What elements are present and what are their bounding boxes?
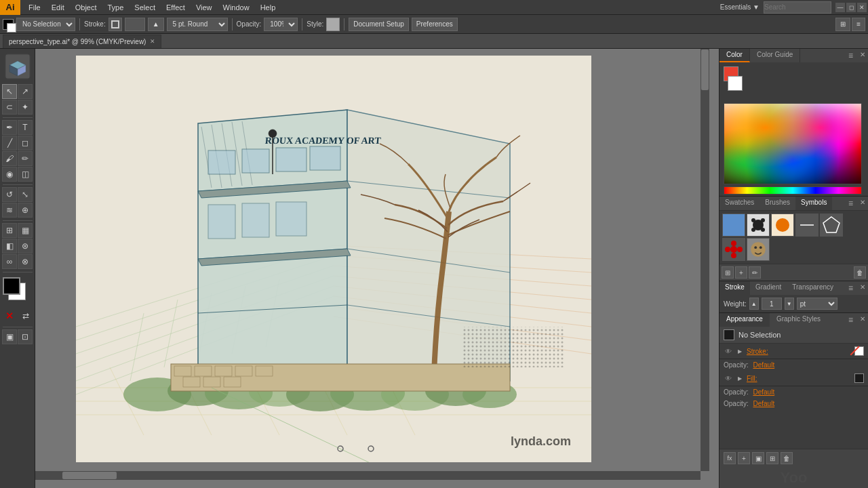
swap-colors-btn[interactable]: ⇄	[18, 308, 33, 323]
stroke-visibility-btn[interactable]: 👁	[724, 346, 733, 356]
magic-wand-tool-btn[interactable]: ✦	[18, 100, 33, 115]
style-indicator[interactable]	[326, 18, 340, 31]
minimize-button[interactable]: —	[835, 3, 845, 12]
canvas-hscroll[interactable]	[35, 471, 701, 480]
pen-tool-btn[interactable]: ✒	[2, 120, 17, 135]
bar-graph-btn[interactable]: ▦	[18, 223, 33, 238]
eraser-tool-btn[interactable]: ◫	[18, 167, 33, 182]
warp-tool-btn[interactable]: ≋	[2, 203, 17, 218]
pencil-tool-btn[interactable]: ✏	[18, 151, 33, 166]
doc-tab-close-btn[interactable]: ✕	[150, 38, 155, 45]
menu-type[interactable]: Type	[102, 0, 130, 15]
workspace-btn[interactable]: ⊞	[835, 18, 850, 31]
brush-style-select[interactable]: 5 pt. Round	[167, 18, 228, 31]
artboard-btn[interactable]: ⊡	[18, 329, 33, 344]
swatches-delete-btn[interactable]: 🗑	[854, 266, 866, 279]
new-fill-btn[interactable]: ▣	[752, 452, 764, 464]
menu-window[interactable]: Window	[218, 0, 255, 15]
add-effect-btn[interactable]: fx	[724, 452, 736, 464]
stroke-panel-close[interactable]: ✕	[857, 281, 868, 295]
stroke-tab[interactable]: Stroke	[719, 281, 750, 295]
swatches-place-btn[interactable]: ⊞	[722, 266, 734, 279]
stroke-panel-menu[interactable]: ≡	[844, 281, 857, 295]
direct-select-tool-btn[interactable]: ↗	[18, 84, 33, 99]
transparency-tab[interactable]: Transparency	[787, 281, 839, 295]
search-input[interactable]	[764, 1, 831, 14]
gradient-tab[interactable]: Gradient	[750, 281, 787, 295]
menu-select[interactable]: Select	[129, 0, 161, 15]
canvas-container[interactable]: ROUX ACADEMY OF ART	[76, 56, 591, 462]
stroke-expand-btn[interactable]: ▶	[736, 347, 744, 355]
weight-down-btn[interactable]: ▼	[785, 298, 794, 310]
hue-strip[interactable]	[724, 186, 862, 195]
weight-input[interactable]	[762, 298, 782, 310]
doc-tab[interactable]: perspective_type.ai* @ 99% (CMYK/Preview…	[3, 35, 161, 48]
paintbrush-tool-btn[interactable]: 🖌	[2, 151, 17, 166]
gradient-tool-btn[interactable]: ◧	[2, 239, 17, 253]
rotate-tool-btn[interactable]: ↺	[2, 187, 17, 202]
canvas-vscroll[interactable]	[701, 49, 709, 471]
color-panel-close[interactable]: ✕	[857, 49, 868, 62]
symbol-face[interactable]	[747, 238, 770, 261]
stroke-row-label[interactable]: Stroke:	[747, 348, 768, 355]
color-tab[interactable]: Color	[719, 49, 750, 62]
menu-file[interactable]: File	[23, 0, 46, 15]
scale-tool-btn[interactable]: ⤡	[18, 187, 33, 202]
none-fill-btn[interactable]: ✕	[2, 308, 17, 323]
hscroll-thumb[interactable]	[62, 472, 117, 479]
fill-color-box[interactable]	[3, 19, 14, 30]
weight-up-btn[interactable]: ▲	[749, 298, 759, 310]
swatches-edit-btn[interactable]: ✏	[749, 266, 761, 279]
color-gradient-picker[interactable]	[724, 103, 862, 184]
fill-visibility-btn[interactable]: 👁	[724, 373, 733, 383]
menu-help[interactable]: Help	[255, 0, 281, 15]
color-guide-tab[interactable]: Color Guide	[750, 49, 800, 62]
bg-color-swatch[interactable]	[728, 76, 743, 91]
overall-opacity-value[interactable]: Default	[753, 400, 774, 407]
menu-object[interactable]: Object	[70, 0, 102, 15]
swatches-panel-close[interactable]: ✕	[857, 197, 868, 210]
selection-tool-btn[interactable]: ↖	[2, 84, 17, 99]
graphic-styles-tab[interactable]: Graphic Styles	[770, 313, 827, 327]
vscroll-thumb[interactable]	[701, 49, 709, 90]
menu-effect[interactable]: Effect	[161, 0, 191, 15]
stroke-swatch[interactable]	[854, 346, 864, 356]
type-tool-btn[interactable]: T	[18, 120, 33, 135]
appearance-panel-menu[interactable]: ≡	[844, 313, 857, 327]
perspective-cube-indicator[interactable]	[3, 52, 33, 81]
foreground-color-box[interactable]	[3, 277, 20, 295]
doc-setup-button[interactable]: Document Setup	[349, 18, 409, 31]
menu-view[interactable]: View	[191, 0, 218, 15]
shape-tool-btn[interactable]: ◻	[18, 136, 33, 150]
fill-swatch[interactable]	[854, 373, 864, 383]
blob-brush-tool-btn[interactable]: ◉	[2, 167, 17, 182]
symbol-blue-rect[interactable]	[722, 214, 745, 237]
symbol-polygon[interactable]	[820, 214, 843, 237]
symbol-flower[interactable]	[722, 238, 745, 261]
symbols-tab[interactable]: Symbols	[795, 197, 832, 210]
stroke-color-indicator[interactable]	[108, 18, 122, 31]
delete-item-btn[interactable]: 🗑	[781, 452, 793, 464]
restore-button[interactable]: ◻	[846, 3, 856, 12]
symbol-splat[interactable]	[747, 214, 770, 237]
change-screen-btn[interactable]: ▣	[2, 329, 17, 344]
symbol-line[interactable]	[795, 214, 818, 237]
lasso-tool-btn[interactable]: ⊂	[2, 100, 17, 115]
close-button[interactable]: ✕	[857, 3, 867, 12]
swatches-panel-menu[interactable]: ≡	[844, 197, 857, 210]
stroke-weight-input[interactable]	[125, 18, 145, 31]
appearance-tab[interactable]: Appearance	[719, 313, 770, 327]
selection-dropdown[interactable]: No Selection	[16, 18, 75, 31]
preferences-button[interactable]: Preferences	[412, 18, 458, 31]
perspective-grid-btn[interactable]: ⊞	[2, 223, 17, 238]
arrange-btn[interactable]: ≡	[852, 18, 865, 31]
blend-tool-btn[interactable]: ∞	[2, 254, 17, 269]
fill-expand-btn[interactable]: ▶	[736, 374, 744, 382]
symbol-orange-circle[interactable]	[771, 214, 794, 237]
color-panel-menu[interactable]: ≡	[844, 49, 857, 62]
duplicate-item-btn[interactable]: ⊞	[766, 452, 778, 464]
new-stroke-btn[interactable]: +	[738, 452, 750, 464]
brushes-tab[interactable]: Brushes	[760, 197, 795, 210]
weight-unit-select[interactable]: pt px	[797, 298, 837, 310]
free-transform-btn[interactable]: ⊕	[18, 203, 33, 218]
